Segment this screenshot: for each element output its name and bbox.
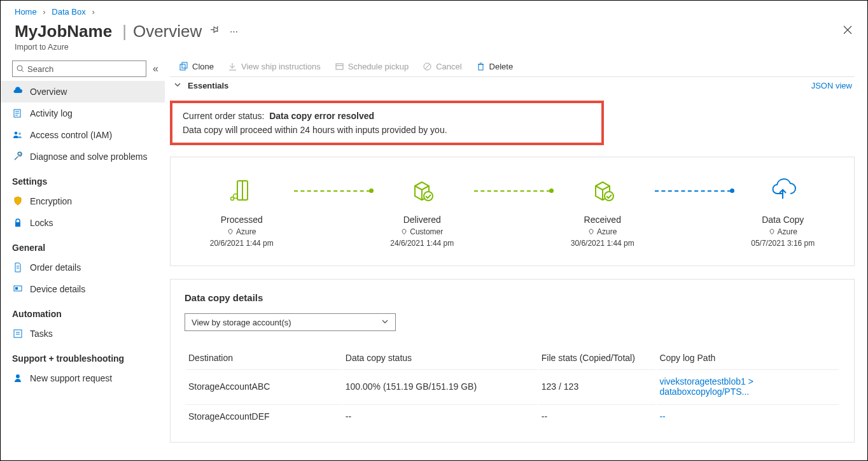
collapse-sidebar-icon[interactable]: « bbox=[153, 63, 158, 74]
log-path-link[interactable]: vivekstoragetestblob1 > databoxcopylog/P… bbox=[659, 376, 753, 397]
svg-rect-10 bbox=[182, 62, 187, 68]
view-by-select[interactable]: View by storage account(s) bbox=[185, 313, 396, 331]
breadcrumb-databox[interactable]: Data Box bbox=[52, 7, 85, 17]
cloud-upload-icon bbox=[731, 175, 836, 206]
close-icon[interactable] bbox=[842, 24, 853, 39]
status-highlight: Current order status: Data copy error re… bbox=[170, 101, 604, 145]
col-filestats: File stats (Copied/Total) bbox=[539, 348, 656, 368]
breadcrumb: Home › Data Box › bbox=[1, 1, 867, 19]
log-path-link[interactable]: -- bbox=[659, 411, 665, 422]
sidebar-item-order-details[interactable]: Order details bbox=[1, 257, 165, 278]
json-view-link[interactable]: JSON view bbox=[811, 81, 852, 90]
page-subtitle: Import to Azure bbox=[1, 43, 867, 58]
view-ship-button: View ship instructions bbox=[228, 62, 321, 71]
svg-rect-9 bbox=[180, 64, 185, 70]
toolbar: Clone View ship instructions Schedule pi… bbox=[170, 58, 855, 76]
col-destination: Destination bbox=[186, 348, 342, 368]
sidebar-group-settings: Settings bbox=[1, 167, 165, 190]
svg-rect-6 bbox=[15, 287, 18, 290]
sidebar: Search « Overview Activity log Access co… bbox=[1, 58, 165, 460]
support-icon bbox=[12, 372, 24, 384]
main-content: Clone View ship instructions Schedule pi… bbox=[165, 58, 867, 460]
sidebar-item-activity-log[interactable]: Activity log bbox=[1, 103, 165, 124]
col-status: Data copy status bbox=[343, 348, 538, 368]
sidebar-group-automation: Automation bbox=[1, 300, 165, 323]
workflow-step-processed: Processed Azure 20/6/2021 1:44 pm bbox=[190, 175, 294, 248]
sidebar-item-device-details[interactable]: Device details bbox=[1, 278, 165, 300]
cloud-icon bbox=[12, 86, 24, 97]
pin-icon[interactable] bbox=[211, 25, 221, 38]
sidebar-item-new-support[interactable]: New support request bbox=[1, 367, 165, 389]
svg-point-17 bbox=[424, 192, 433, 201]
table-row: StorageAccountABC 100.00% (151.19 GB/151… bbox=[186, 369, 839, 403]
svg-rect-4 bbox=[15, 222, 20, 227]
shield-icon bbox=[12, 195, 24, 207]
status-line: Current order status: Data copy error re… bbox=[183, 111, 591, 121]
cancel-button: Cancel bbox=[423, 62, 461, 71]
more-icon[interactable]: ⋯ bbox=[230, 27, 238, 36]
page-header: MyJobName | Overview ⋯ bbox=[1, 19, 867, 43]
server-icon bbox=[190, 175, 294, 206]
box-check-icon bbox=[370, 175, 475, 206]
svg-rect-11 bbox=[336, 64, 343, 69]
search-input[interactable]: Search bbox=[12, 60, 146, 77]
wrench-icon bbox=[12, 151, 24, 162]
sidebar-item-access-control[interactable]: Access control (IAM) bbox=[1, 124, 165, 146]
sidebar-item-encryption[interactable]: Encryption bbox=[1, 190, 165, 212]
page-title: MyJobName bbox=[15, 22, 112, 41]
sidebar-item-overview[interactable]: Overview bbox=[1, 81, 165, 103]
sidebar-item-diagnose[interactable]: Diagnose and solve problems bbox=[1, 146, 165, 167]
svg-point-16 bbox=[230, 197, 234, 201]
status-detail: Data copy will proceed within 24 hours w… bbox=[183, 125, 591, 135]
device-icon bbox=[12, 283, 24, 295]
workflow-step-datacopy: Data Copy Azure 05/7/2021 3:16 pm bbox=[731, 175, 836, 248]
sidebar-group-general: General bbox=[1, 234, 165, 257]
clone-button[interactable]: Clone bbox=[179, 62, 214, 71]
svg-point-0 bbox=[17, 66, 22, 71]
svg-point-18 bbox=[605, 192, 613, 201]
sidebar-group-support: Support + troubleshooting bbox=[1, 344, 165, 367]
svg-rect-13 bbox=[479, 64, 483, 70]
breadcrumb-home[interactable]: Home bbox=[15, 7, 37, 17]
schedule-pickup-button: Schedule pickup bbox=[335, 62, 409, 71]
chevron-down-icon bbox=[174, 81, 181, 90]
workflow-panel: Processed Azure 20/6/2021 1:44 pm Delive… bbox=[170, 157, 855, 266]
chevron-down-icon bbox=[381, 318, 389, 327]
tasks-icon bbox=[12, 328, 24, 339]
col-logpath: Copy log Path bbox=[657, 348, 839, 368]
sidebar-item-locks[interactable]: Locks bbox=[1, 212, 165, 234]
delete-button[interactable]: Delete bbox=[476, 62, 514, 71]
details-title: Data copy details bbox=[185, 292, 840, 303]
svg-rect-7 bbox=[14, 330, 22, 337]
lock-icon bbox=[12, 217, 24, 229]
data-copy-details-panel: Data copy details View by storage accoun… bbox=[170, 279, 855, 443]
svg-point-2 bbox=[15, 132, 18, 135]
workflow-step-delivered: Delivered Customer 24/6/2021 1:44 pm bbox=[370, 175, 475, 248]
people-icon bbox=[12, 129, 24, 141]
document-icon bbox=[12, 262, 24, 273]
page-section: Overview bbox=[133, 22, 202, 41]
log-icon bbox=[12, 108, 24, 119]
svg-point-8 bbox=[16, 374, 20, 378]
sidebar-item-tasks[interactable]: Tasks bbox=[1, 323, 165, 344]
workflow-step-received: Received Azure 30/6/2021 1:44 pm bbox=[550, 175, 655, 248]
svg-point-3 bbox=[18, 132, 21, 135]
data-copy-table: Destination Data copy status File stats … bbox=[185, 346, 840, 429]
box-check-icon bbox=[550, 175, 655, 206]
table-row: StorageAccountDEF -- -- -- bbox=[186, 404, 839, 428]
essentials-bar[interactable]: Essentials JSON view bbox=[170, 76, 855, 94]
